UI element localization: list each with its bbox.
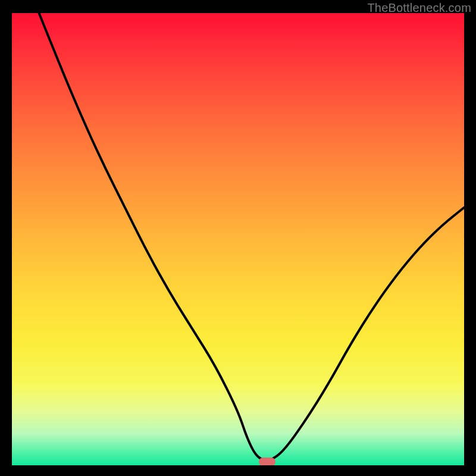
- optimal-marker: [259, 458, 275, 465]
- curve-layer: [12, 13, 464, 465]
- watermark-text: TheBottleneck.com: [367, 1, 471, 15]
- plot-area: [12, 13, 464, 465]
- chart-frame: TheBottleneck.com: [0, 0, 476, 476]
- bottleneck-curve: [39, 13, 464, 461]
